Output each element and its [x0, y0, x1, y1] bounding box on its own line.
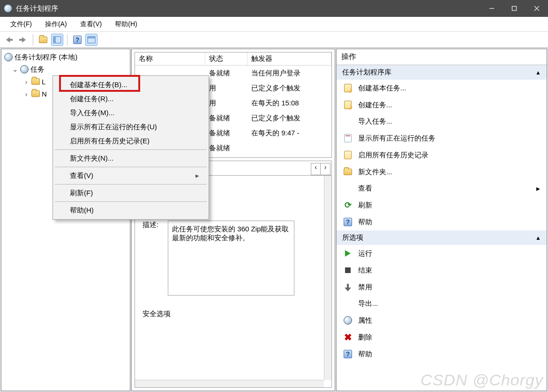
ctx-create[interactable]: 创建任务(R)...: [54, 92, 208, 106]
action-end[interactable]: 结束: [337, 262, 547, 279]
help-icon: ?: [344, 350, 352, 358]
menu-view[interactable]: 查看(V): [74, 18, 109, 30]
title-bar: 任务计划程序: [0, 0, 548, 17]
action-help2[interactable]: ?帮助: [337, 346, 547, 362]
delete-icon: ✖: [343, 333, 353, 342]
menu-separator: [55, 167, 207, 167]
svg-rect-11: [88, 37, 95, 38]
toolbar-separator: [33, 34, 33, 45]
actions-title: 操作: [337, 49, 547, 65]
menu-file[interactable]: 文件(F): [4, 18, 38, 30]
folder-icon: [31, 78, 40, 85]
properties-button[interactable]: [85, 34, 98, 46]
svg-rect-7: [19, 39, 22, 41]
action-enable-history[interactable]: 启用所有任务历史记录: [337, 147, 547, 163]
action-refresh[interactable]: ⟳刷新: [337, 197, 547, 214]
stop-icon: [345, 267, 351, 273]
menu-help[interactable]: 帮助(H): [108, 18, 143, 30]
help-button[interactable]: ?: [71, 34, 83, 46]
minimize-button[interactable]: [480, 0, 503, 17]
description-label: 描述:: [143, 221, 158, 296]
menu-separator: [55, 184, 207, 185]
context-menu[interactable]: 创建基本任务(B)... 创建任务(R)... 导入任务(M)... 显示所有正…: [53, 75, 209, 220]
down-arrow-icon: [345, 285, 350, 289]
col-name[interactable]: 名称: [135, 52, 205, 65]
col-status[interactable]: 状态: [205, 52, 248, 65]
list-icon: [344, 151, 352, 159]
ctx-view[interactable]: 查看(V)▸: [54, 169, 208, 183]
tree-item-label: L: [42, 78, 45, 86]
action-properties[interactable]: 属性: [337, 312, 547, 329]
action-new-folder[interactable]: 新文件夹...: [337, 163, 547, 180]
task-icon: [344, 101, 352, 109]
vertical-scrollbar[interactable]: [324, 176, 331, 380]
tree-item-label: N: [42, 90, 47, 98]
clock-icon: [4, 53, 13, 61]
menu-separator: [55, 149, 207, 150]
description-box[interactable]: 此任务可使您安装的 360 Zip能及获取最新的功能和安全修补。: [168, 221, 294, 296]
ctx-new-folder[interactable]: 新文件夹(N)...: [54, 151, 208, 165]
action-view[interactable]: 查看▸: [337, 180, 547, 197]
collapse-icon: ▲: [535, 69, 541, 76]
toolbar: ?: [0, 32, 548, 48]
toolbar-separator: [67, 34, 68, 45]
maximize-button[interactable]: [503, 0, 525, 17]
folder-icon: [39, 37, 47, 43]
up-folder-button[interactable]: [37, 34, 49, 46]
action-help[interactable]: ?帮助: [337, 214, 547, 230]
actions-group-library[interactable]: 任务计划程序库 ▲: [337, 65, 547, 80]
actions-pane: 操作 任务计划程序库 ▲ 创建基本任务... 创建任务... 导入任务... 显…: [336, 49, 547, 391]
ctx-import[interactable]: 导入任务(M)...: [54, 106, 208, 120]
forward-button[interactable]: [17, 34, 29, 46]
security-label: 安全选项: [143, 310, 171, 318]
tab-scroll-right[interactable]: ›: [321, 163, 330, 175]
tree-library[interactable]: ⌄ 任务: [2, 63, 129, 75]
horizontal-scrollbar[interactable]: [135, 380, 324, 387]
expand-toggle[interactable]: ›: [23, 90, 30, 98]
svg-marker-4: [6, 37, 10, 43]
annotation-highlight: [59, 75, 140, 92]
menu-action[interactable]: 操作(A): [38, 18, 74, 30]
close-button[interactable]: [525, 0, 548, 17]
tab-scroll[interactable]: ‹›: [311, 163, 330, 175]
ctx-show-running[interactable]: 显示所有正在运行的任务(U): [54, 120, 208, 134]
refresh-icon: ⟳: [343, 200, 353, 210]
col-trigger[interactable]: 触发器: [248, 52, 331, 65]
svg-marker-6: [22, 37, 26, 43]
app-icon: [4, 4, 12, 13]
svg-rect-5: [10, 39, 13, 41]
tree-root-label: 任务计划程序 (本地): [15, 53, 77, 62]
clock-icon: [344, 316, 352, 325]
action-run[interactable]: 运行: [337, 245, 547, 262]
ctx-refresh[interactable]: 刷新(F): [54, 186, 208, 200]
tab-scroll-left[interactable]: ‹: [311, 163, 321, 175]
svg-rect-1: [512, 7, 517, 11]
play-icon: [345, 250, 351, 257]
action-create-basic[interactable]: 创建基本任务...: [337, 80, 547, 96]
action-delete[interactable]: ✖删除: [337, 329, 547, 346]
expand-toggle[interactable]: ⌄: [12, 65, 18, 74]
help-icon: ?: [73, 36, 82, 44]
collapse-icon: ▲: [535, 235, 541, 241]
help-icon: ?: [344, 218, 352, 226]
tree-root[interactable]: 任务计划程序 (本地): [2, 51, 129, 63]
show-action-pane-button[interactable]: [51, 34, 63, 46]
actions-group-selected[interactable]: 所选项 ▲: [337, 230, 547, 245]
chevron-right-icon: ▸: [536, 184, 540, 193]
ctx-help[interactable]: 帮助(H): [54, 203, 208, 217]
window-title: 任务计划程序: [16, 4, 480, 13]
action-export[interactable]: 导出...: [337, 296, 547, 312]
folder-icon: [344, 169, 352, 175]
back-button[interactable]: [3, 34, 15, 46]
sheet-icon: [344, 134, 352, 142]
expand-toggle[interactable]: ›: [23, 78, 30, 86]
task-icon: [344, 84, 352, 92]
clock-icon: [20, 65, 29, 74]
svg-rect-9: [53, 37, 56, 43]
menu-bar: 文件(F) 操作(A) 查看(V) 帮助(H): [0, 17, 548, 32]
ctx-enable-history[interactable]: 启用所有任务历史记录(E): [54, 134, 208, 148]
action-import[interactable]: 导入任务...: [337, 113, 547, 130]
action-create[interactable]: 创建任务...: [337, 96, 547, 113]
action-show-running[interactable]: 显示所有正在运行的任务: [337, 130, 547, 147]
action-disable[interactable]: 禁用: [337, 279, 547, 296]
